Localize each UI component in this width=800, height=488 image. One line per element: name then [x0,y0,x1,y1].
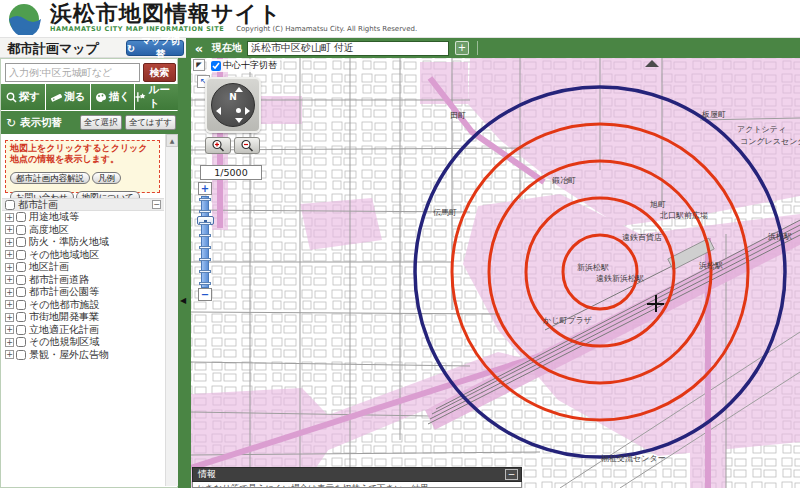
tree-item[interactable]: +その他都市施設 [2,299,164,312]
notice-box: 地図上をクリックするとクリック地点の情報を表示します。 都市計画内容解説凡例 お… [5,140,160,193]
refresh-icon: ↻ [6,116,16,130]
map-viewport[interactable]: 田町板屋町アクトシティコングレスセンター鍛冶町伝馬町旭町北口駅前広場遠鉄百貨店新… [191,58,800,488]
layer-checkbox[interactable] [16,225,26,235]
tree-item[interactable]: +防火・準防火地域 [2,236,164,249]
map-place-label: 新浜松駅 [577,263,609,272]
zoom-in-button[interactable] [205,137,231,154]
expand-node-icon[interactable]: + [5,313,14,322]
expand-node-icon[interactable]: + [5,275,14,284]
tree-item[interactable]: +景観・屋外広告物 [2,349,164,362]
zoom-level-tick[interactable] [199,282,211,285]
layer-checkbox[interactable] [16,262,26,272]
expand-node-icon[interactable]: + [5,300,14,309]
fullscreen-corner-icon[interactable]: ◤ [193,59,205,71]
tree-item[interactable]: +高度地区 [2,224,164,237]
hide-topbar-icon[interactable] [645,60,659,67]
select-all-button[interactable]: 全て選択 [80,115,122,130]
layer-checkbox[interactable] [16,350,26,360]
layer-checkbox[interactable] [16,237,26,247]
deselect-all-button[interactable]: 全てはずす [125,115,176,130]
plan-description-button[interactable]: 都市計画内容解説 [10,172,90,184]
info-panel-body: かさなり等で見えにくい場合は表示を切替えて下さい。結果 [192,482,522,488]
site-title: 浜松市地図情報サイト [50,1,417,26]
zoom-level-tick[interactable] [199,210,211,213]
tree-item[interactable]: +用途地域等 [2,211,164,224]
map-switch-button[interactable]: ↻ マップ切替 [126,40,184,56]
find-button[interactable]: 探す [1,84,46,110]
toolbar-divider [477,41,478,55]
center-cross-checkbox[interactable] [211,61,221,71]
search-button[interactable]: 検索 [143,63,176,82]
expand-node-icon[interactable]: + [5,350,14,359]
tree-item[interactable]: +都市計画道路 [2,274,164,287]
base-map: 田町板屋町アクトシティコングレスセンター鍛冶町伝馬町旭町北口駅前広場遠鉄百貨店新… [191,58,800,488]
tree-root-city-planning[interactable]: 都市計画 − [2,198,164,211]
pan-down-icon[interactable] [235,118,243,123]
layer-checkbox[interactable] [16,312,26,322]
layer-checkbox[interactable] [16,325,26,335]
collapse-node-icon[interactable]: − [152,200,161,209]
measure-button[interactable]: 測る [46,84,91,110]
map-place-label: 遠鉄百貨店 [622,233,662,242]
expand-node-icon[interactable]: + [5,250,14,259]
hamamatsu-logo-icon [8,3,42,35]
layer-checkbox[interactable] [16,337,26,347]
expand-node-icon[interactable]: + [5,225,14,234]
panel-scrollbar[interactable]: ▲ [165,134,178,486]
tree-item[interactable]: +市街地開発事業 [2,311,164,324]
map-place-label: 田町 [450,111,466,120]
toolbar: 都市計画マップ ↻ マップ切替 « 現在地 + [0,38,800,58]
site-subtitle: HAMAMATSU CITY MAP INFORMATION SITE [50,25,224,33]
route-button[interactable]: ルート [135,84,179,110]
layer-checkbox[interactable] [16,275,26,285]
pan-left-icon[interactable] [216,107,221,115]
layer-checkbox[interactable] [16,250,26,260]
zoom-slider[interactable] [201,196,209,288]
page-title: 都市計画マップ [7,40,99,58]
zoom-level-tick[interactable] [199,222,211,225]
layer-checkbox[interactable] [16,287,26,297]
pan-right-icon[interactable] [245,107,250,115]
zoom-level-tick[interactable] [199,258,211,261]
legend-button[interactable]: 凡例 [92,172,121,184]
tree-item[interactable]: +都市計画公園等 [2,286,164,299]
minimize-icon[interactable]: − [505,469,518,480]
ruler-icon [50,92,62,103]
collapse-left-icon[interactable]: ◀ [180,296,186,305]
toolbar-left: 都市計画マップ ↻ マップ切替 [0,38,186,58]
pan-up-icon[interactable] [235,87,243,92]
expand-node-icon[interactable]: + [5,213,14,222]
map-place-label: 福祉交流センター [600,454,666,463]
expand-node-icon[interactable]: + [5,325,14,334]
expand-node-icon[interactable]: + [5,338,14,347]
tree-item[interactable]: +その他地域地区 [2,249,164,262]
tree-item[interactable]: +地区計画 [2,261,164,274]
slider-minus-button[interactable]: − [198,288,212,301]
slider-plus-button[interactable]: + [198,182,212,195]
map-place-label: 浜松駅 [699,261,723,270]
zoom-level-tick[interactable] [199,246,211,249]
location-input[interactable] [247,41,449,56]
tree-item[interactable]: +その他規制区域 [2,336,164,349]
center-cross-toggle[interactable]: 中心十字切替 [208,59,280,72]
info-panel-header[interactable]: 情報 − [192,467,522,482]
sidebar-collapse-button[interactable]: « [192,41,206,56]
layer-checkbox[interactable] [16,300,26,310]
tree-root-checkbox[interactable] [5,200,15,210]
expand-node-icon[interactable]: + [5,238,14,247]
locate-target-icon[interactable]: + [455,41,469,55]
zoom-level-tick[interactable] [199,270,211,273]
search-input[interactable] [5,63,140,82]
compass-dial[interactable]: N [211,83,255,127]
draw-button[interactable]: 描く [91,84,136,110]
layer-checkbox[interactable] [16,212,26,222]
expand-node-icon[interactable]: + [5,263,14,272]
scroll-up-icon[interactable]: ▲ [166,134,178,147]
expand-node-icon[interactable]: + [5,288,14,297]
compass-center-dot [236,108,241,113]
zoom-level-tick[interactable] [199,198,211,201]
tree-item[interactable]: +立地適正化計画 [2,324,164,337]
zoom-level-tick[interactable] [199,234,211,237]
zoom-out-button[interactable] [234,137,260,154]
map-place-label: 鍛冶町 [552,176,576,185]
